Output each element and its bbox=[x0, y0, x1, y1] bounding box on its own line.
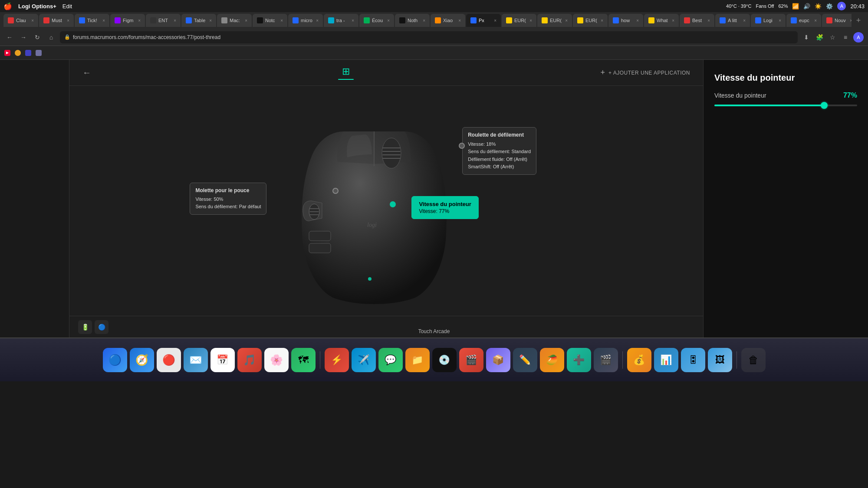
pointer-speed-annotation[interactable]: Vitesse du pointeur Vitesse: 77% bbox=[411, 196, 478, 219]
reading-list-button[interactable]: ≡ bbox=[840, 32, 851, 43]
forward-button[interactable]: → bbox=[18, 32, 29, 43]
tab-t3[interactable]: Tick!× bbox=[75, 14, 109, 27]
tab-t10[interactable]: tra -× bbox=[324, 14, 358, 27]
tab-close-t8[interactable]: × bbox=[280, 18, 283, 23]
tab-t2[interactable]: Must× bbox=[39, 14, 74, 27]
tab-close-t14[interactable]: × bbox=[494, 18, 496, 23]
tab-t7[interactable]: Mac:× bbox=[217, 14, 252, 27]
tab-t22[interactable]: Logi× bbox=[751, 14, 786, 27]
wifi-icon[interactable]: 📶 bbox=[792, 3, 799, 10]
tab-t15[interactable]: EUR(× bbox=[502, 14, 536, 27]
tab-close-t5[interactable]: × bbox=[174, 18, 176, 23]
slider-thumb[interactable] bbox=[821, 102, 828, 109]
tab-t14[interactable]: Px× bbox=[466, 14, 501, 27]
dock-spark[interactable]: ⚡ bbox=[325, 348, 349, 372]
tab-close-t15[interactable]: × bbox=[529, 18, 532, 23]
app-name[interactable]: Logi Options+ bbox=[18, 3, 56, 10]
dock-maps[interactable]: 🗺 bbox=[291, 348, 316, 372]
tab-t23[interactable]: eupc× bbox=[786, 14, 821, 27]
dock-music[interactable]: 🎵 bbox=[237, 348, 262, 372]
tab-t13[interactable]: Xiao× bbox=[431, 14, 465, 27]
tab-close-t3[interactable]: × bbox=[102, 18, 105, 23]
dock-money[interactable]: 💰 bbox=[627, 348, 651, 372]
tab-close-t21[interactable]: × bbox=[743, 18, 746, 23]
tab-t6[interactable]: Table× bbox=[181, 14, 216, 27]
tab-t9[interactable]: micro× bbox=[288, 14, 323, 27]
bookmark-unknown2[interactable] bbox=[25, 50, 31, 56]
dock-unknown1[interactable]: ✏️ bbox=[513, 348, 537, 372]
home-button[interactable]: ⌂ bbox=[46, 32, 56, 43]
tab-close-t22[interactable]: × bbox=[779, 18, 781, 23]
dock-chrome[interactable]: 🔴 bbox=[157, 348, 181, 372]
dock-vinyls[interactable]: 💿 bbox=[432, 348, 457, 372]
reload-button[interactable]: ↻ bbox=[32, 32, 43, 43]
dock-setapp[interactable]: 📦 bbox=[486, 348, 510, 372]
back-arrow[interactable]: ← bbox=[82, 68, 91, 78]
url-bar[interactable]: 🔒 forums.macrumors.com/forums/mac-access… bbox=[60, 31, 798, 43]
tab-close-t20[interactable]: × bbox=[707, 18, 710, 23]
bookmark-shopping[interactable] bbox=[36, 50, 43, 56]
tab-close-t17[interactable]: × bbox=[601, 18, 603, 23]
thumb-wheel-annotation[interactable]: Molette pour le pouce Vitesse: 50% Sens … bbox=[190, 183, 266, 215]
dock-messages[interactable]: 💬 bbox=[378, 348, 403, 372]
apps-icon[interactable]: ⊞ bbox=[342, 66, 350, 77]
dock-control[interactable]: 🎛 bbox=[681, 348, 705, 372]
tab-t1[interactable]: Clau× bbox=[3, 14, 38, 27]
tab-close-t2[interactable]: × bbox=[67, 18, 69, 23]
dock-safari[interactable]: 🧭 bbox=[130, 348, 154, 372]
tab-close-t16[interactable]: × bbox=[565, 18, 568, 23]
bookmark-youtube[interactable]: ▶ bbox=[4, 50, 10, 56]
dock-finder[interactable]: 🔵 bbox=[103, 348, 127, 372]
dock-preview[interactable]: 🖼 bbox=[708, 348, 732, 372]
dock-photos[interactable]: 🌸 bbox=[264, 348, 289, 372]
new-tab-button[interactable]: + bbox=[852, 14, 865, 26]
tab-close-t18[interactable]: × bbox=[636, 18, 639, 23]
tab-t8[interactable]: Notc× bbox=[253, 14, 287, 27]
dock-unknown2[interactable]: 🥭 bbox=[540, 348, 564, 372]
tab-close-t23[interactable]: × bbox=[814, 18, 817, 23]
scroll-wheel-annotation[interactable]: Roulette de défilement Vitesse: 18% Sens… bbox=[462, 127, 536, 175]
tab-t19[interactable]: What× bbox=[644, 14, 679, 27]
tab-close-t19[interactable]: × bbox=[672, 18, 674, 23]
dock-mail[interactable]: ✉️ bbox=[184, 348, 208, 372]
back-button[interactable]: ← bbox=[4, 32, 15, 43]
tab-close-t11[interactable]: × bbox=[387, 18, 390, 23]
dock-keynote[interactable]: 📊 bbox=[654, 348, 678, 372]
tab-t18[interactable]: how× bbox=[608, 14, 643, 27]
tab-t16[interactable]: EUR(× bbox=[537, 14, 572, 27]
dock-infuse[interactable]: 🎬 bbox=[459, 348, 483, 372]
dock-calendar[interactable]: 📅 bbox=[210, 348, 235, 372]
tab-close-t10[interactable]: × bbox=[352, 18, 354, 23]
tab-close-t1[interactable]: × bbox=[31, 18, 34, 23]
user-avatar[interactable]: A bbox=[837, 2, 846, 10]
tab-t5[interactable]: ENT× bbox=[146, 14, 181, 27]
dock-files[interactable]: 📁 bbox=[405, 348, 430, 372]
dock-unknown4[interactable]: 🎬 bbox=[594, 348, 618, 372]
dock-trash[interactable]: 🗑 bbox=[741, 348, 766, 372]
add-app-button[interactable]: + + AJOUTER UNE APPLICATION bbox=[600, 68, 690, 77]
extensions-button[interactable]: 🧩 bbox=[814, 32, 825, 43]
tab-close-t7[interactable]: × bbox=[245, 18, 247, 23]
tab-t4[interactable]: Figm× bbox=[110, 14, 145, 27]
user-profile-button[interactable]: A bbox=[853, 32, 864, 43]
tab-close-t6[interactable]: × bbox=[209, 18, 212, 23]
pointer-speed-slider[interactable] bbox=[714, 105, 857, 106]
bookmark-button[interactable]: ☆ bbox=[827, 32, 838, 43]
brightness-icon[interactable]: ☀️ bbox=[815, 3, 822, 10]
tab-t12[interactable]: Noth× bbox=[395, 14, 430, 27]
dock-telegram[interactable]: ✈️ bbox=[352, 348, 376, 372]
control-center-icon[interactable]: ⚙️ bbox=[826, 3, 833, 10]
tab-t17[interactable]: EUR(× bbox=[573, 14, 608, 27]
tab-close-t12[interactable]: × bbox=[423, 18, 425, 23]
tab-close-t4[interactable]: × bbox=[138, 18, 141, 23]
tab-close-t24[interactable]: × bbox=[850, 18, 852, 23]
edit-menu[interactable]: Edit bbox=[62, 3, 72, 10]
tab-t24[interactable]: Nouv× bbox=[822, 14, 852, 27]
downloads-button[interactable]: ⬇ bbox=[801, 32, 812, 43]
tab-t20[interactable]: Best× bbox=[680, 14, 714, 27]
tab-close-t13[interactable]: × bbox=[458, 18, 461, 23]
volume-icon[interactable]: 🔊 bbox=[803, 3, 810, 10]
dock-unknown3[interactable]: ➕ bbox=[567, 348, 591, 372]
bookmark-unknown1[interactable] bbox=[15, 50, 21, 56]
tab-t11[interactable]: Écou× bbox=[359, 14, 394, 27]
